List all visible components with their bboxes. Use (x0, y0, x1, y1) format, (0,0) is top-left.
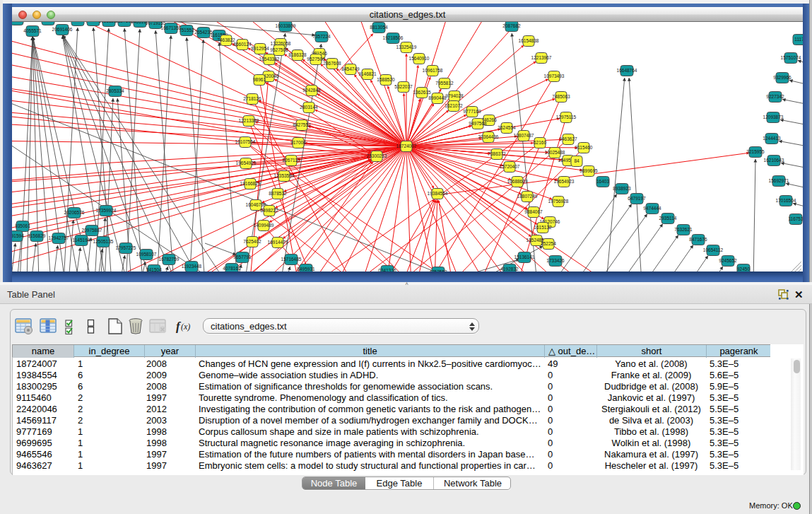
svg-text:1588520: 1588520 (377, 77, 395, 82)
svg-text:1145194: 1145194 (73, 238, 90, 243)
svg-text:12213389: 12213389 (239, 118, 259, 123)
svg-text:1733426: 1733426 (546, 258, 565, 263)
svg-text:9884067: 9884067 (524, 209, 543, 214)
svg-text:10688609: 10688609 (507, 179, 528, 184)
svg-text:16648764: 16648764 (617, 68, 637, 73)
svg-text:15692971: 15692971 (769, 178, 789, 183)
svg-text:7386372: 7386372 (488, 151, 506, 156)
svg-text:2867608: 2867608 (323, 61, 341, 66)
svg-text:19166829: 19166829 (240, 181, 261, 186)
svg-text:9497568: 9497568 (469, 121, 487, 126)
svg-text:3624554: 3624554 (498, 125, 516, 130)
svg-text:935061: 935061 (15, 223, 30, 228)
svg-text:5322037: 5322037 (394, 84, 413, 89)
svg-text:9527506: 9527506 (307, 57, 325, 62)
svg-text:12213967: 12213967 (531, 55, 552, 60)
svg-text:7463822: 7463822 (217, 37, 235, 42)
svg-text:20206576: 20206576 (64, 210, 85, 215)
svg-text:3215955: 3215955 (746, 149, 765, 154)
svg-text:19756928: 19756928 (548, 199, 569, 204)
svg-text:16543382: 16543382 (259, 57, 280, 62)
svg-text:917004: 917004 (290, 140, 306, 145)
svg-text:8813054: 8813054 (370, 25, 388, 30)
svg-text:10961758: 10961758 (423, 68, 443, 73)
svg-text:11923448: 11923448 (182, 264, 202, 269)
svg-text:0341316: 0341316 (378, 268, 396, 271)
svg-text:12942757: 12942757 (49, 235, 69, 240)
svg-text:9242848: 9242848 (302, 88, 321, 93)
svg-text:751552: 751552 (179, 28, 194, 33)
svg-text:10654112: 10654112 (703, 247, 724, 252)
svg-text:19654923: 19654923 (554, 179, 575, 184)
svg-text:12975115: 12975115 (556, 115, 577, 119)
svg-text:15640910: 15640910 (409, 56, 430, 61)
svg-text:13325419: 13325419 (396, 45, 417, 49)
svg-text:2805334: 2805334 (106, 88, 124, 93)
svg-text:391594: 391594 (12, 233, 24, 238)
svg-text:12093873: 12093873 (763, 115, 784, 119)
svg-text:9899695: 9899695 (579, 168, 598, 173)
svg-text:8878532: 8878532 (269, 191, 287, 196)
svg-text:12353594: 12353594 (274, 173, 295, 178)
svg-text:17359924: 17359924 (96, 208, 117, 213)
svg-text:841504: 841504 (146, 267, 162, 271)
svg-text:8938923: 8938923 (613, 186, 631, 191)
svg-text:19218506: 19218506 (383, 35, 404, 40)
svg-text:8471676: 8471676 (689, 237, 707, 242)
svg-text:20691406: 20691406 (52, 27, 73, 32)
svg-text:15720407: 15720407 (500, 164, 520, 169)
svg-text:2087682: 2087682 (502, 23, 521, 28)
svg-text:9463627: 9463627 (559, 136, 577, 141)
svg-text:16403: 16403 (596, 179, 609, 184)
svg-text:10958107: 10958107 (136, 252, 157, 257)
svg-text:19384554: 19384554 (428, 191, 448, 196)
svg-text:8454749: 8454749 (341, 66, 360, 71)
svg-text:18807249: 18807249 (517, 194, 538, 199)
svg-text:10107554: 10107554 (235, 139, 256, 144)
svg-text:84: 84 (574, 158, 579, 163)
svg-text:62160: 62160 (534, 140, 546, 145)
svg-text:7485063: 7485063 (552, 94, 570, 99)
svg-text:98961: 98961 (253, 77, 266, 82)
svg-text:20975887: 20975887 (82, 228, 102, 233)
svg-text:8495931: 8495931 (297, 267, 315, 271)
svg-text:8186328: 8186328 (288, 52, 307, 57)
svg-text:7357224: 7357224 (312, 34, 331, 39)
svg-text:15136141: 15136141 (514, 255, 535, 259)
svg-text:4192832: 4192832 (500, 267, 519, 271)
svg-text:14099489: 14099489 (254, 223, 274, 228)
svg-text:10973493: 10973493 (544, 74, 565, 78)
svg-text:252254: 252254 (541, 241, 556, 246)
svg-text:9329966: 9329966 (773, 75, 792, 80)
svg-text:25300213: 25300213 (367, 153, 387, 158)
svg-text:1117: 1117 (794, 37, 803, 42)
svg-text:1615132: 1615132 (534, 225, 552, 230)
svg-text:1244413: 1244413 (763, 136, 781, 141)
svg-text:16782759: 16782759 (159, 257, 180, 262)
svg-text:2935114: 2935114 (659, 216, 677, 221)
svg-text:7625402: 7625402 (243, 239, 261, 244)
svg-text:4078161: 4078161 (223, 266, 241, 271)
svg-text:18724007: 18724007 (396, 144, 417, 148)
svg-text:9146821: 9146821 (358, 71, 377, 76)
svg-text:7955812: 7955812 (435, 81, 454, 86)
svg-text:92450: 92450 (737, 267, 750, 271)
svg-text:17016504: 17016504 (776, 198, 796, 203)
svg-text:9527506: 9527506 (270, 47, 288, 52)
svg-text:1156829: 1156829 (28, 233, 46, 238)
svg-text:16914479: 16914479 (268, 240, 288, 245)
svg-text:10807487: 10807487 (514, 133, 534, 138)
svg-text:16210643: 16210643 (764, 158, 784, 163)
svg-text:(x): (x) (181, 322, 190, 332)
svg-text:1621072: 1621072 (445, 103, 463, 108)
svg-text:12505135: 12505135 (93, 239, 114, 244)
svg-text:9227342: 9227342 (766, 94, 784, 99)
svg-text:1362615: 1362615 (413, 90, 431, 95)
svg-text:9245652: 9245652 (719, 258, 737, 263)
svg-text:10025488: 10025488 (545, 150, 565, 155)
svg-text:9115460: 9115460 (575, 145, 593, 150)
svg-text:15751074: 15751074 (781, 55, 801, 60)
svg-text:8912954: 8912954 (251, 46, 269, 51)
svg-text:8427552: 8427552 (293, 122, 311, 127)
svg-text:15716485: 15716485 (281, 257, 302, 262)
